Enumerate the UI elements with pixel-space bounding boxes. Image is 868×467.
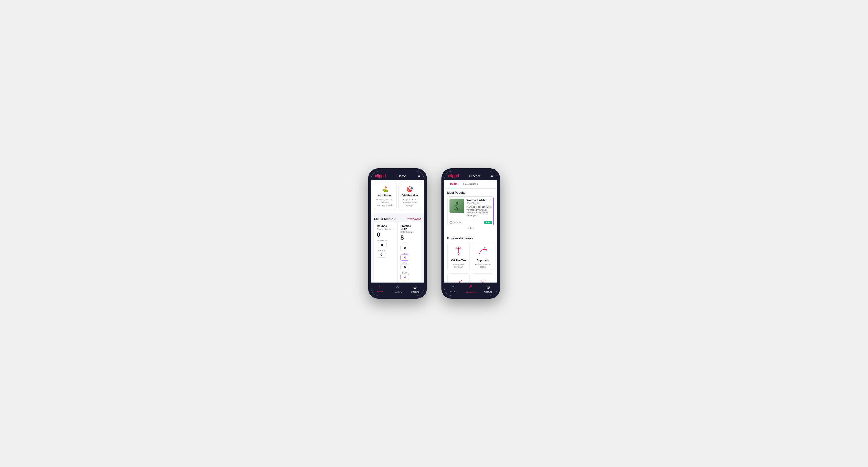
- rounds-title: Rounds: [377, 224, 395, 227]
- add-practice-title: Add Practice: [401, 194, 418, 197]
- most-popular-title: Most Popular: [447, 191, 494, 194]
- last-3-months-title: Last 3 Months: [374, 217, 395, 221]
- svg-line-7: [454, 206, 455, 207]
- app-title-practice: Practice: [469, 174, 481, 178]
- app-header-practice: clippd Practice ≡: [444, 171, 497, 180]
- practice-rounds-label: Practice: [378, 249, 385, 252]
- putt-value: 4: [400, 274, 409, 280]
- dot-3: [472, 227, 474, 229]
- skill-off-the-tee[interactable]: Off The Tee Power and accuracy: [447, 242, 470, 271]
- rounds-total: 0: [377, 231, 395, 238]
- most-popular-section: Most Popular: [444, 189, 497, 233]
- capture-nav-label-home: Capture: [411, 290, 419, 293]
- add-practice-icon: 🎯: [406, 186, 413, 192]
- practice-content: Most Popular: [444, 189, 497, 283]
- svg-point-0: [397, 285, 398, 287]
- svg-line-3: [457, 204, 457, 207]
- tabs-bar: Drills Favourites: [444, 180, 497, 189]
- dot-2: [470, 227, 471, 229]
- home-nav-icon-practice: ⌂: [452, 284, 454, 290]
- arg-value: 0: [400, 264, 409, 270]
- drill-badge: APP: [485, 221, 492, 224]
- home-nav-label-practice: Home: [450, 290, 456, 293]
- home-nav-label: Home: [377, 290, 383, 293]
- svg-point-1: [454, 209, 460, 211]
- drills-bottom-row: ARG 0 PUTT 4: [400, 262, 418, 280]
- drills-capture-label: Drills Capture: [400, 231, 418, 233]
- rounds-rows: Tournament 0: [377, 240, 395, 248]
- nav-home-practice[interactable]: ⌂ Home: [444, 284, 462, 293]
- rounds-col: Rounds Rounds Capture 0 Tournament 0 Pra…: [374, 222, 398, 283]
- off-the-tee-desc: Power and accuracy: [450, 263, 468, 268]
- phone-practice: clippd Practice ≡ Drills Favourites Most…: [441, 168, 500, 299]
- dot-1: [468, 227, 469, 229]
- svg-point-16: [479, 253, 480, 254]
- capture-nav-icon-practice: ⊕: [486, 284, 490, 290]
- drills-top-row: OTT 0 APP 4: [400, 243, 418, 260]
- home-content: ⛳ Add Round Record your shots in fast or…: [371, 180, 424, 283]
- home-nav-icon: ⌂: [378, 284, 381, 290]
- drill-footer: 9 shots APP: [447, 219, 494, 226]
- tab-favourites[interactable]: Favourites: [461, 180, 481, 188]
- tab-drills[interactable]: Drills: [447, 180, 461, 188]
- drills-title: Practice Drills: [400, 224, 418, 230]
- arg-stat: ARG 0: [400, 262, 409, 270]
- stats-grid: Rounds Rounds Capture 0 Tournament 0 Pra…: [374, 222, 421, 283]
- explore-title: Explore skill areas: [447, 237, 494, 240]
- approach-desc: Dial-in to hit the green: [474, 263, 492, 268]
- drill-shots-count: 9 shots: [454, 221, 461, 224]
- activities-nav-label-practice: Activities: [466, 291, 475, 293]
- skill-grid: Off The Tee Power and accuracy: [447, 242, 494, 283]
- quick-actions: ⛳ Add Round Record your shots in fast or…: [371, 180, 424, 213]
- drill-desc: Play 1 shot at each target yardage. If y…: [467, 206, 492, 217]
- svg-line-4: [456, 207, 457, 209]
- menu-icon-home[interactable]: ≡: [418, 174, 420, 178]
- drill-card-wedge-ladder[interactable]: Wedge Ladder 50–100 yds Play 1 shot at e…: [447, 196, 494, 226]
- approach-icon-wrap: [477, 245, 489, 257]
- skill-approach[interactable]: Approach Dial-in to hit the green: [472, 242, 494, 271]
- practice-rounds-stat: Practice 0: [377, 249, 386, 258]
- view-activity-link[interactable]: View Activity: [407, 217, 421, 220]
- svg-line-5: [457, 207, 458, 209]
- phone-home: clippd Home ≡ ⛳ Add Round Record your sh…: [368, 168, 427, 299]
- ott-label: OTT: [403, 243, 407, 245]
- svg-point-20: [485, 247, 485, 248]
- bottom-nav-practice: ⌂ Home Activities ⊕ Capture: [444, 283, 497, 296]
- practice-rounds-value: 0: [377, 252, 386, 258]
- app-logo-practice: clippd: [448, 174, 459, 178]
- drill-image-placeholder: [450, 198, 464, 213]
- drill-shots: 9 shots: [450, 221, 461, 224]
- nav-capture-home[interactable]: ⊕ Capture: [406, 284, 424, 293]
- app-stat: APP 4: [400, 252, 409, 260]
- drills-total: 8: [400, 234, 418, 241]
- carousel-dots: [447, 226, 494, 230]
- nav-activities-home[interactable]: Activities: [389, 284, 406, 293]
- nav-capture-practice[interactable]: ⊕ Capture: [479, 284, 497, 293]
- ott-value: 0: [400, 245, 409, 251]
- drill-image: [450, 198, 464, 213]
- drill-star-icon[interactable]: ☆: [489, 198, 492, 203]
- add-round-card[interactable]: ⛳ Add Round Record your shots in fast or…: [374, 183, 397, 210]
- drill-info: Wedge Ladder 50–100 yds Play 1 shot at e…: [467, 198, 492, 217]
- app-title-home: Home: [398, 174, 406, 178]
- app-logo-home: clippd: [375, 174, 386, 178]
- drill-name: Wedge Ladder: [467, 198, 492, 202]
- svg-point-36: [470, 285, 471, 287]
- app-label: APP: [403, 252, 407, 254]
- svg-point-33: [485, 280, 485, 281]
- skill-putting[interactable]: Putting Make and lag practice: [472, 273, 494, 283]
- activity-section-header: Last 3 Months View Activity: [371, 215, 424, 222]
- menu-icon-practice[interactable]: ≡: [491, 174, 493, 178]
- off-the-tee-name: Off The Tee: [451, 259, 466, 262]
- app-header-home: clippd Home ≡: [371, 171, 424, 180]
- capture-nav-icon-home: ⊕: [413, 284, 417, 290]
- skill-around-the-green[interactable]: Around The Green Hone your short game: [447, 273, 470, 283]
- nav-activities-practice[interactable]: Activities: [462, 284, 479, 293]
- approach-name: Approach: [476, 259, 489, 262]
- add-practice-card[interactable]: 🎯 Add Practice Capture your practice off…: [399, 183, 421, 210]
- putt-label: PUTT: [402, 272, 407, 274]
- ott-stat: OTT 0: [400, 243, 409, 251]
- activities-nav-icon-home: [395, 284, 400, 290]
- tournament-stat: Tournament 0: [377, 240, 387, 248]
- nav-home[interactable]: ⌂ Home: [371, 284, 389, 293]
